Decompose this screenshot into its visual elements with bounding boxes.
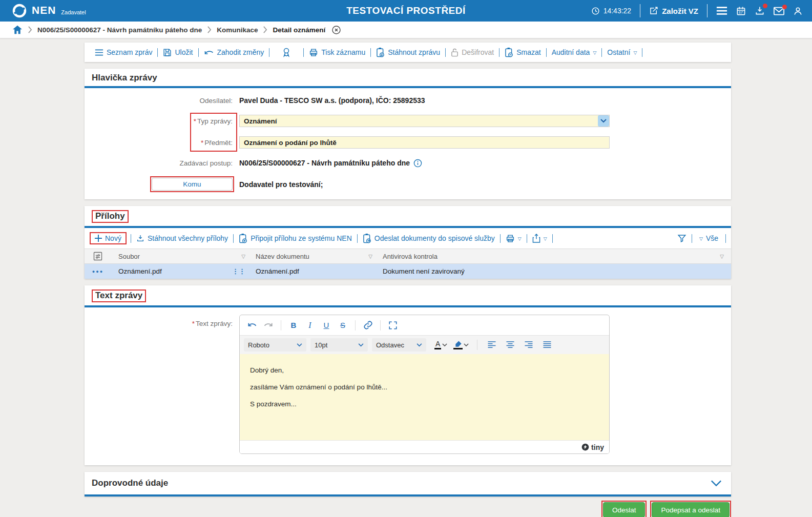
- main-menu-button[interactable]: [716, 6, 727, 15]
- save-button[interactable]: Uložit: [158, 48, 198, 57]
- divider: [269, 48, 269, 57]
- link-icon[interactable]: [361, 318, 375, 333]
- tiny-logo-icon: [581, 443, 589, 451]
- audit-data-menu[interactable]: Auditní data ▽: [547, 48, 602, 56]
- divider: [692, 234, 692, 243]
- underline-button[interactable]: U: [319, 318, 334, 333]
- rich-text-editor: B I U S Roboto 10pt: [239, 315, 610, 454]
- divider: [546, 48, 547, 57]
- doc-attach-icon: [239, 234, 247, 243]
- delete-button[interactable]: Smazat: [499, 48, 546, 57]
- column-header-file[interactable]: Soubor: [118, 253, 140, 260]
- send-to-filing-service-button[interactable]: Odeslat dokumenty do spisové služby: [358, 234, 500, 243]
- download-message-button[interactable]: Stáhnout zprávu: [371, 48, 445, 57]
- message-text-label: *Text zprávy:: [85, 320, 236, 454]
- print-record-button[interactable]: Tisk záznamu: [304, 48, 370, 57]
- other-menu[interactable]: Ostatní ▽: [602, 48, 642, 56]
- nen-logo[interactable]: NEN Zadavatel: [11, 3, 86, 19]
- text-color-button[interactable]: A: [433, 340, 448, 349]
- divider: [725, 234, 726, 243]
- messages-button[interactable]: [774, 7, 784, 15]
- italic-button[interactable]: I: [303, 318, 317, 333]
- divider: [499, 48, 499, 57]
- message-list-button[interactable]: Seznam zpráv: [90, 48, 157, 56]
- fullscreen-icon[interactable]: [386, 318, 400, 333]
- align-right-icon[interactable]: [522, 338, 536, 352]
- column-header-document-name[interactable]: Název dokumentu: [256, 253, 309, 260]
- align-center-icon[interactable]: [503, 338, 517, 352]
- section-title-message-header: Hlavička zprávy: [85, 69, 731, 88]
- caret-down-icon[interactable]: ▽: [720, 254, 724, 259]
- create-vz-button[interactable]: Založit VZ: [649, 6, 698, 15]
- message-line: zasíláme Vám oznámení o podání po lhůtě.…: [250, 383, 609, 391]
- align-justify-icon[interactable]: [540, 338, 554, 352]
- message-type-select[interactable]: Oznámení: [239, 115, 610, 127]
- redo-icon[interactable]: [261, 318, 276, 333]
- plus-icon: [95, 235, 102, 242]
- breadcrumb-item-current: Detail oznámení: [273, 26, 325, 34]
- new-attachment-button[interactable]: Nový: [93, 234, 123, 242]
- filter-all-button[interactable]: ▽ Vše: [697, 234, 720, 242]
- caret-down-icon[interactable]: ▽: [241, 254, 245, 259]
- nen-logo-icon: [11, 3, 28, 19]
- send-button[interactable]: Odeslat: [603, 502, 646, 517]
- home-icon[interactable]: [12, 25, 23, 34]
- required-marker: *: [194, 117, 196, 125]
- chevron-down-icon[interactable]: [598, 115, 609, 127]
- align-left-icon[interactable]: [485, 338, 499, 352]
- bold-button[interactable]: B: [286, 318, 301, 333]
- sign-and-send-button[interactable]: Podepsat a odeslat: [652, 502, 730, 517]
- seal-button[interactable]: [269, 47, 303, 57]
- strikethrough-button[interactable]: S: [336, 318, 350, 333]
- annotation-rect-send: Odeslat: [601, 501, 647, 517]
- message-header-section: Hlavička zprávy Odesílatel: Pavel Duda -…: [85, 69, 731, 199]
- highlight-color-button[interactable]: [452, 340, 470, 349]
- font-family-select[interactable]: Roboto: [244, 338, 306, 351]
- accompanying-data-header[interactable]: Doprovodné údaje: [85, 472, 731, 497]
- download-all-attachments-button[interactable]: Stáhnout všechny přílohy: [131, 234, 233, 242]
- divider: [357, 234, 358, 243]
- clock-widget: 14:43:22: [591, 7, 632, 15]
- sender-label: Odesílatel:: [85, 97, 236, 105]
- notification-dot: [763, 4, 767, 8]
- downloads-button[interactable]: [755, 6, 765, 16]
- chevron-right-icon: [263, 26, 267, 33]
- breadcrumb-item-communication[interactable]: Komunikace: [217, 26, 258, 34]
- attach-from-nen-button[interactable]: Připojit přílohu ze systému NEN: [234, 234, 357, 243]
- font-size-select[interactable]: 10pt: [310, 338, 368, 351]
- divider: [303, 48, 304, 57]
- required-marker: *: [192, 320, 195, 327]
- print-attachments-button[interactable]: ▽: [501, 234, 527, 243]
- divider: [233, 234, 234, 243]
- print-icon: [309, 48, 318, 57]
- close-circle-icon[interactable]: [331, 25, 341, 35]
- editor-footer: tiny: [240, 440, 609, 453]
- divider: [500, 234, 501, 243]
- column-settings-icon[interactable]: [85, 251, 111, 261]
- message-text-content[interactable]: Dobrý den, zasíláme Vám oznámení o podán…: [240, 354, 609, 440]
- info-icon[interactable]: [413, 159, 422, 168]
- block-format-select[interactable]: Odstavec: [372, 338, 426, 351]
- record-toolbar: Seznam zpráv Uložit Zahodit změny Tisk z…: [85, 43, 731, 62]
- attachment-row[interactable]: ●●● Oznámení.pdf ⋮⋮ Oznámení.pdf Dokumen…: [85, 264, 731, 279]
- chevron-right-icon: [207, 26, 212, 33]
- caret-down-icon[interactable]: ▽: [368, 254, 372, 259]
- breadcrumb-item-procedure[interactable]: N006/25/S00000627 - Návrh památníku páte…: [37, 26, 202, 34]
- recipients-button[interactable]: Komu: [152, 178, 233, 191]
- row-menu-icon[interactable]: ●●●: [92, 269, 103, 274]
- top-header-bar: NEN Zadavatel TESTOVACÍ PROSTŘEDÍ 14:43:…: [0, 0, 812, 22]
- chevron-down-icon[interactable]: [711, 480, 722, 487]
- logo-text: NEN: [32, 3, 56, 18]
- undo-icon[interactable]: [245, 318, 259, 333]
- calendar-button[interactable]: [736, 6, 746, 16]
- subject-input[interactable]: Oznámení o podání po lhůtě: [239, 136, 610, 149]
- funnel-icon[interactable]: [677, 234, 686, 243]
- divider: [707, 4, 707, 17]
- column-header-antivirus[interactable]: Antivirová kontrola: [383, 253, 438, 260]
- discard-changes-button[interactable]: Zahodit změny: [199, 48, 269, 56]
- drag-handle-icon[interactable]: ⋮⋮: [232, 269, 245, 274]
- user-profile-button[interactable]: [793, 6, 803, 16]
- undo-icon: [204, 49, 214, 56]
- share-icon: [532, 234, 540, 243]
- export-attachments-button[interactable]: ▽: [527, 234, 552, 243]
